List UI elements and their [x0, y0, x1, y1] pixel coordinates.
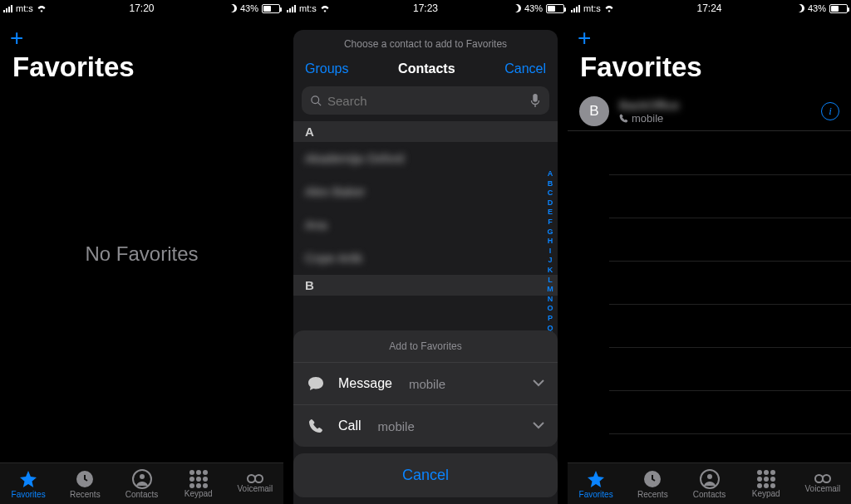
battery-percent: 43%	[524, 3, 543, 13]
option-label: Message	[338, 376, 392, 391]
sheet-option-message[interactable]: Message mobile	[293, 363, 558, 405]
person-icon	[132, 469, 152, 489]
clock-icon	[642, 469, 662, 489]
section-header-b: B	[293, 275, 558, 296]
voicemail-icon	[814, 474, 831, 483]
separator	[609, 218, 851, 218]
keypad-icon	[757, 470, 775, 488]
tab-contacts[interactable]: Contacts	[681, 463, 737, 504]
moon-icon	[229, 4, 237, 12]
contact-sublabel: mobile	[619, 112, 679, 125]
tab-bar: Favorites Recents Contacts Keypad Voicem…	[568, 462, 851, 504]
separator	[609, 390, 851, 391]
page-title: Favorites	[12, 51, 135, 83]
tab-label: Contacts	[693, 490, 726, 499]
tab-recents[interactable]: Recents	[624, 463, 681, 504]
tab-label: Keypad	[184, 489, 213, 498]
signal-icon	[3, 4, 12, 12]
contact-row[interactable]: Cope Artik	[293, 242, 558, 275]
svg-rect-5	[533, 94, 537, 102]
svg-point-8	[707, 474, 712, 479]
person-icon	[700, 469, 720, 489]
tab-label: Voicemail	[805, 484, 841, 493]
tab-label: Recents	[637, 490, 668, 499]
wifi-icon	[37, 5, 47, 12]
action-sheet: Add to Favorites Message mobile Call mob…	[293, 330, 558, 497]
modal-subtitle: Choose a contact to add to Favorites	[293, 30, 558, 55]
separator	[609, 433, 851, 434]
battery-icon	[262, 4, 280, 13]
wifi-icon	[320, 5, 330, 12]
carrier-label: mt:s	[299, 3, 317, 13]
contact-row[interactable]: Alex Baker	[293, 175, 558, 208]
tab-label: Keypad	[752, 489, 780, 498]
chevron-down-icon	[533, 376, 544, 391]
separator	[609, 304, 851, 305]
mic-icon[interactable]	[529, 93, 541, 108]
star-icon	[18, 469, 38, 489]
chevron-down-icon	[533, 418, 544, 433]
screen-favorites-empty: mt:s 17:20 43% + Favorites No Favorites …	[0, 0, 283, 504]
tab-keypad[interactable]: Keypad	[170, 463, 227, 504]
carrier-label: mt:s	[583, 3, 601, 13]
battery-icon	[829, 4, 848, 13]
contact-name: BackOffice	[619, 98, 679, 112]
keypad-icon	[189, 470, 208, 488]
battery-percent: 43%	[808, 3, 826, 13]
contact-row[interactable]: Ana	[293, 208, 558, 242]
separator	[609, 347, 851, 348]
tab-favorites[interactable]: Favorites	[0, 463, 57, 504]
tab-recents[interactable]: Recents	[57, 463, 113, 504]
carrier-label: mt:s	[16, 3, 33, 13]
moon-icon	[796, 4, 804, 12]
search-input[interactable]	[327, 94, 524, 108]
add-button[interactable]: +	[578, 27, 591, 50]
star-icon	[586, 469, 606, 489]
tab-contacts[interactable]: Contacts	[113, 463, 170, 504]
add-button[interactable]: +	[10, 27, 23, 50]
clock: 17:24	[696, 0, 721, 17]
clock: 17:23	[413, 0, 438, 17]
phone-icon	[307, 418, 325, 433]
contact-row[interactable]: Akademija Oxford	[293, 142, 558, 175]
option-sublabel: mobile	[409, 377, 445, 391]
signal-icon	[571, 4, 580, 12]
modal-title: Contacts	[398, 61, 455, 76]
svg-point-3	[312, 95, 319, 103]
svg-line-4	[317, 102, 321, 105]
status-bar: mt:s 17:20 43%	[0, 0, 283, 17]
tab-label: Voicemail	[238, 484, 273, 493]
groups-button[interactable]: Groups	[305, 61, 348, 76]
tab-keypad[interactable]: Keypad	[738, 463, 794, 504]
screen-favorites-with-item: mt:s 17:24 43% + Favorites B BackOffice …	[568, 0, 851, 504]
tab-bar: Favorites Recents Contacts Keypad Voicem…	[0, 462, 283, 504]
moon-icon	[513, 4, 521, 12]
tab-voicemail[interactable]: Voicemail	[794, 463, 851, 504]
sheet-option-call[interactable]: Call mobile	[293, 405, 558, 447]
voicemail-icon	[247, 474, 263, 483]
option-label: Call	[338, 418, 362, 433]
wifi-icon	[604, 5, 614, 12]
battery-icon	[546, 4, 564, 13]
info-button[interactable]: i	[821, 102, 839, 120]
cancel-button[interactable]: Cancel	[504, 61, 546, 76]
signal-icon	[287, 4, 296, 12]
tab-favorites[interactable]: Favorites	[568, 463, 624, 504]
search-field[interactable]	[302, 86, 549, 115]
status-bar: mt:s 17:23 43%	[283, 0, 568, 17]
sheet-cancel-button[interactable]: Cancel	[293, 453, 558, 497]
favorite-row[interactable]: B BackOffice mobile i	[568, 91, 851, 131]
phone-icon	[619, 114, 628, 123]
sheet-title: Add to Favorites	[293, 330, 558, 363]
battery-percent: 43%	[240, 3, 258, 13]
option-sublabel: mobile	[378, 419, 415, 433]
tab-label: Recents	[70, 490, 101, 499]
clock-icon	[75, 469, 95, 489]
search-icon	[310, 95, 322, 107]
screen-contact-picker: mt:s 17:23 43% Choose a contact to add t…	[283, 0, 568, 504]
tab-label: Contacts	[125, 490, 158, 499]
page-title: Favorites	[580, 51, 702, 83]
tab-voicemail[interactable]: Voicemail	[227, 463, 283, 504]
clock: 17:20	[129, 0, 154, 17]
section-header-a: A	[293, 121, 558, 142]
